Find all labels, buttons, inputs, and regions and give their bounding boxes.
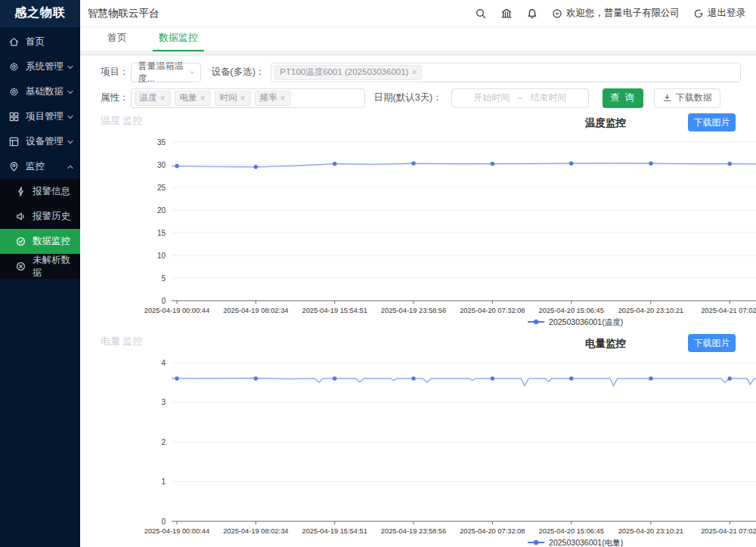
map-pin-icon: [8, 161, 20, 172]
search-icon[interactable]: [475, 8, 487, 20]
svg-text:2025-04-19 00:00:44: 2025-04-19 00:00:44: [144, 307, 209, 314]
sidebar-item-label: 未解析数据: [33, 254, 74, 280]
svg-text:2025-04-19 00:00:44: 2025-04-19 00:00:44: [144, 527, 209, 535]
sidebar-item-system-mgmt[interactable]: 系统管理: [0, 54, 80, 79]
svg-text:2025-04-21 07:02:: 2025-04-21 07:02:: [701, 527, 756, 535]
gear-icon: [8, 61, 20, 73]
chevron-down-icon: [67, 138, 74, 146]
bell-icon[interactable]: [526, 8, 538, 20]
chevron-down-icon: [67, 88, 74, 96]
svg-text:2025-04-20 23:10:21: 2025-04-20 23:10:21: [618, 527, 683, 535]
project-select[interactable]: 普量温箱温度...: [131, 63, 201, 82]
close-icon[interactable]: ×: [411, 68, 417, 77]
attr-multiselect[interactable]: 温度 × 电量 × 时间 × 频率 ×: [131, 88, 365, 108]
logout-button[interactable]: 退出登录: [693, 7, 745, 20]
chart-watermark: 温度 监控: [101, 112, 143, 126]
chart-watermark: 电量 监控: [101, 332, 143, 347]
svg-text:30: 30: [157, 161, 166, 169]
sidebar-item-label: 基础数据: [26, 85, 64, 98]
query-button[interactable]: 查 询: [603, 88, 643, 108]
download-data-button[interactable]: 下载数据: [654, 88, 720, 108]
logout-icon: [693, 8, 704, 19]
svg-text:2025-04-19 15:54:51: 2025-04-19 15:54:51: [302, 527, 367, 535]
sidebar-item-alarm-info[interactable]: 报警信息: [0, 179, 80, 204]
svg-text:2025-04-21 07:02:: 2025-04-21 07:02:: [701, 307, 756, 314]
app-logo: 感之物联: [0, 0, 80, 27]
svg-text:20: 20: [157, 206, 166, 215]
sidebar-item-data-monitor[interactable]: 数据监控: [0, 229, 80, 254]
svg-text:35: 35: [157, 138, 166, 147]
temperature-line-chart: 051015202530352025-04-19 00:00:442025-04…: [101, 133, 756, 326]
attr-label: 属性：: [101, 91, 129, 104]
svg-text:2025-04-19 23:58:56: 2025-04-19 23:58:56: [381, 307, 446, 314]
date-end-placeholder: 结束时间: [530, 91, 566, 104]
sidebar-item-home[interactable]: 首页: [0, 29, 80, 54]
top-bar: 智慧物联云平台 欢迎您，普量电子有限公司 退出登录: [80, 0, 756, 27]
sidebar-item-project-mgmt[interactable]: 项目管理: [0, 104, 80, 129]
user-circle-icon: [552, 8, 562, 19]
download-data-label: 下载数据: [676, 91, 712, 104]
sidebar-item-label: 项目管理: [26, 110, 64, 123]
svg-text:4: 4: [161, 359, 166, 367]
svg-text:2025-04-20 07:32:08: 2025-04-20 07:32:08: [460, 527, 525, 535]
svg-text:2025-04-19 23:58:56: 2025-04-19 23:58:56: [381, 527, 446, 535]
chart-title: 电量监控: [585, 337, 626, 351]
svg-text:3: 3: [161, 398, 166, 406]
chevron-down-icon: [189, 69, 195, 76]
sidebar-submenu-monitor: 报警信息 报警历史 数据监控 未解析数据: [0, 179, 80, 279]
sidebar-item-label: 数据监控: [33, 235, 70, 248]
project-label: 项目：: [101, 66, 129, 79]
gear-cross-icon: [15, 261, 26, 272]
svg-text:202503036001(温度): 202503036001(温度): [549, 317, 623, 326]
svg-text:202503036001(电量): 202503036001(电量): [549, 538, 623, 547]
sidebar-item-monitor[interactable]: 监控: [0, 154, 80, 179]
date-label: 日期(默认3天)：: [374, 91, 442, 104]
download-image-button[interactable]: 下载图片: [688, 334, 736, 352]
sidebar-menu: 首页 系统管理 基础数据 项目管理 设备管理: [0, 27, 80, 279]
svg-text:2025-04-20 23:10:21: 2025-04-20 23:10:21: [618, 307, 683, 314]
sidebar-item-unparsed-data[interactable]: 未解析数据: [0, 254, 80, 279]
badge-check-icon: [15, 236, 26, 247]
download-image-button[interactable]: 下载图片: [688, 113, 736, 131]
attr-tag: 温度 ×: [135, 91, 171, 106]
chart-header: 温度 监控 温度监控 下载图片: [101, 113, 756, 133]
svg-text:25: 25: [157, 184, 166, 192]
home-icon: [8, 36, 20, 48]
sidebar-item-label: 报警信息: [33, 185, 70, 198]
date-separator: ~: [517, 93, 522, 104]
speaker-icon: [15, 211, 26, 222]
app-window: 感之物联 首页 系统管理 基础数据 项目管理: [0, 0, 756, 547]
svg-text:15: 15: [157, 229, 166, 237]
sidebar-item-alarm-history[interactable]: 报警历史: [0, 204, 80, 229]
svg-text:0: 0: [161, 518, 166, 526]
svg-text:5: 5: [161, 274, 166, 283]
svg-text:2025-04-20 07:32:08: 2025-04-20 07:32:08: [460, 307, 525, 314]
svg-text:1: 1: [161, 477, 166, 486]
device-label: 设备(多选)：: [212, 66, 265, 79]
close-icon[interactable]: ×: [240, 94, 246, 103]
date-range-input[interactable]: 开始时间 ~ 结束时间: [451, 88, 589, 108]
tab-data-monitor[interactable]: 数据监控: [153, 31, 204, 51]
close-icon[interactable]: ×: [200, 94, 206, 103]
sidebar-item-basic-data[interactable]: 基础数据: [0, 79, 80, 104]
svg-text:0: 0: [161, 297, 166, 305]
attr-tag: 电量 ×: [175, 91, 211, 106]
device-tag-label: PT100温度6001 (202503036001): [280, 66, 408, 78]
main-content: 项目： 普量温箱温度... 设备(多选)： PT100温度6001 (20250…: [80, 56, 756, 547]
tab-home[interactable]: 首页: [101, 31, 133, 51]
svg-text:2025-04-19 08:02:34: 2025-04-19 08:02:34: [223, 527, 288, 535]
home-nav-icon[interactable]: [500, 8, 513, 20]
close-icon[interactable]: ×: [160, 94, 166, 103]
sidebar-item-device-mgmt[interactable]: 设备管理: [0, 129, 80, 154]
chart-header: 电量 监控 电量监控 下载图片: [101, 334, 756, 354]
close-icon[interactable]: ×: [280, 94, 286, 103]
lightning-icon: [15, 186, 26, 197]
top-bar-actions: 欢迎您，普量电子有限公司 退出登录: [475, 7, 745, 20]
attr-tag-label: 电量: [180, 92, 197, 104]
sidebar-item-label: 设备管理: [26, 135, 64, 148]
gear-icon: [8, 86, 20, 97]
welcome-menu[interactable]: 欢迎您，普量电子有限公司: [552, 7, 680, 20]
attr-tag-label: 频率: [260, 92, 277, 104]
device-multiselect[interactable]: PT100温度6001 (202503036001) ×: [271, 63, 741, 82]
svg-text:2025-04-19 08:02:34: 2025-04-19 08:02:34: [223, 307, 288, 314]
